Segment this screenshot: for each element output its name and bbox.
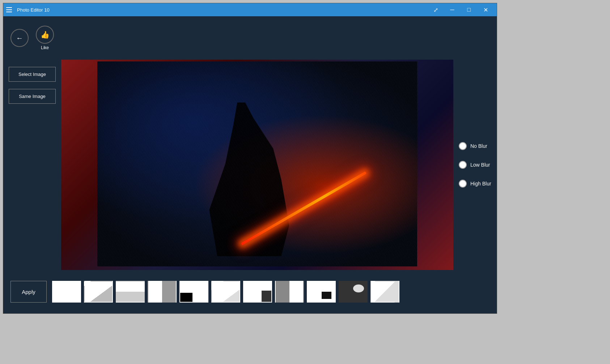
window-controls: ⤢ ─ □ ✕ <box>427 3 494 16</box>
resize-icon: ⤢ <box>433 7 438 13</box>
filter-thumbnail-1[interactable] <box>52 281 81 303</box>
filter-thumbnail-10[interactable] <box>339 281 368 303</box>
select-image-button[interactable]: Select Image <box>9 67 56 82</box>
main-content: ← 👍 Like Select Image Same Image <box>3 16 497 313</box>
filter-thumbnail-6[interactable] <box>211 281 240 303</box>
filter-thumbnail-2[interactable] <box>84 281 113 303</box>
filter-thumbnail-5[interactable] <box>179 281 208 303</box>
maximize-button[interactable]: □ <box>461 3 477 16</box>
filter-thumbnail-3[interactable] <box>116 281 145 303</box>
toolbar: ← 👍 Like <box>3 16 497 60</box>
no-blur-option[interactable]: No Blur <box>459 142 491 150</box>
window-title: Photo Editor 10 <box>17 7 427 13</box>
back-button[interactable]: ← <box>10 29 29 47</box>
left-sidebar: Select Image Same Image <box>3 60 61 270</box>
no-blur-label: No Blur <box>470 143 487 149</box>
apply-button[interactable]: Apply <box>10 281 47 303</box>
titlebar: Photo Editor 10 ⤢ ─ □ ✕ <box>3 3 497 16</box>
low-blur-label: Low Blur <box>470 162 490 168</box>
like-button[interactable]: 👍 <box>36 26 54 44</box>
back-icon: ← <box>16 34 23 42</box>
like-label: Like <box>41 45 49 50</box>
same-image-button[interactable]: Same Image <box>9 89 56 104</box>
filter-thumbnail-4[interactable] <box>148 281 177 303</box>
like-icon: 👍 <box>41 30 50 39</box>
no-blur-radio[interactable] <box>459 142 467 150</box>
maximize-icon: □ <box>467 7 471 13</box>
minimize-icon: ─ <box>450 7 454 13</box>
blur-options-panel: No Blur Low Blur High Blur <box>453 60 497 270</box>
main-image <box>97 61 417 266</box>
close-button[interactable]: ✕ <box>477 3 494 16</box>
close-icon: ✕ <box>483 7 488 13</box>
image-area <box>61 60 453 270</box>
filter-thumbnail-8[interactable] <box>275 281 304 303</box>
hamburger-menu[interactable] <box>6 6 13 13</box>
high-blur-radio[interactable] <box>459 180 467 188</box>
figure-silhouette <box>209 102 289 256</box>
content-area: Select Image Same Image No Blu <box>3 60 497 270</box>
resize-button[interactable]: ⤢ <box>427 3 444 16</box>
filter-strip <box>52 281 490 303</box>
low-blur-option[interactable]: Low Blur <box>459 161 491 169</box>
low-blur-radio[interactable] <box>459 161 467 169</box>
like-container: 👍 Like <box>36 26 54 50</box>
app-window: Photo Editor 10 ⤢ ─ □ ✕ ← 👍 <box>3 3 497 314</box>
bottom-bar: Apply <box>3 270 497 313</box>
high-blur-option[interactable]: High Blur <box>459 180 491 188</box>
high-blur-label: High Blur <box>470 181 491 187</box>
minimize-button[interactable]: ─ <box>444 3 461 16</box>
filter-thumbnail-7[interactable] <box>243 281 272 303</box>
filter-thumbnail-11[interactable] <box>370 281 399 303</box>
main-image-wrapper <box>97 61 417 266</box>
filter-thumbnail-9[interactable] <box>307 281 336 303</box>
